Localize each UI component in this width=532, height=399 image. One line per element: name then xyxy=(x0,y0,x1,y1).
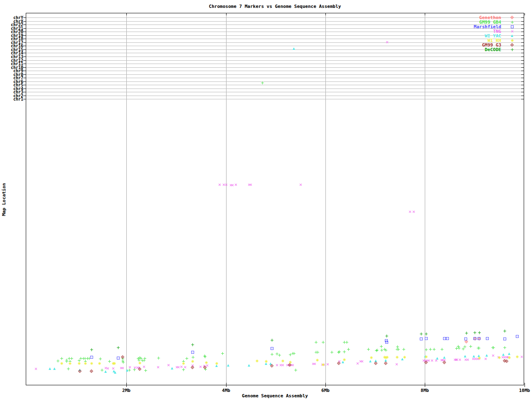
marker-wi-yac xyxy=(293,47,295,50)
marker-gm99-gb4 xyxy=(338,350,341,353)
marker-marshfield xyxy=(464,337,467,340)
marker-wi-yac xyxy=(502,353,505,356)
chart-canvas: Chromosome 7 Markers vs Genome Sequence … xyxy=(0,0,532,399)
marker-decode xyxy=(191,343,194,346)
marker-wi-rh xyxy=(343,358,346,361)
marker-marshfield xyxy=(473,337,476,340)
marker-gm99-gb4 xyxy=(271,353,273,356)
marker-wi-yac xyxy=(49,367,51,370)
marker-gm99-gb4 xyxy=(185,357,188,360)
x-axis-tick-top xyxy=(126,13,127,15)
marker-wi-yac xyxy=(473,355,475,357)
legend-marker-icon-wi-rh xyxy=(511,39,514,42)
marker-decode xyxy=(420,332,423,335)
marker-marshfield xyxy=(90,356,93,359)
marker-gm99-gb4 xyxy=(60,357,63,360)
marker-gm99-gb4 xyxy=(367,348,370,351)
marker-gm99-gb4 xyxy=(425,348,428,351)
marker-gm99-gb4 xyxy=(144,369,147,372)
marker-marshfield xyxy=(478,337,480,340)
marker-gm99-gb4 xyxy=(67,367,70,370)
marker-marshfield xyxy=(117,357,120,360)
marker-decode xyxy=(117,346,120,349)
marker-decode xyxy=(90,348,93,351)
marker-gm99-gb4 xyxy=(380,345,383,348)
x-axis-title: Genome Sequence Assembly xyxy=(26,394,524,399)
marker-wi-rh xyxy=(322,363,325,366)
marker-gm99-gb4 xyxy=(492,346,495,349)
x-axis-tick-top xyxy=(226,13,227,15)
x-tick-label-6mb: 6Mb xyxy=(313,388,338,393)
marker-gm99-gb4 xyxy=(99,357,102,360)
legend-marker-icon-marshfield xyxy=(511,25,514,28)
marker-wi-rh xyxy=(396,356,399,359)
marker-wi-rh xyxy=(84,362,87,365)
marker-gm99-gb4 xyxy=(261,81,264,84)
marker-wi-yac xyxy=(126,369,128,372)
marker-wi-rh xyxy=(478,357,481,360)
marker-gm99-gb4 xyxy=(343,350,346,353)
marker-marshfield xyxy=(503,337,506,340)
y-axis-title: Map Location xyxy=(2,180,7,219)
x-axis-tick-bottom xyxy=(525,383,525,387)
marker-gm99-gb4 xyxy=(278,354,281,357)
marker-gm99-gb4 xyxy=(157,357,160,360)
marker-wi-rh xyxy=(256,360,259,362)
marker-gm99-gb4 xyxy=(65,360,68,363)
marker-marshfield xyxy=(425,337,428,340)
marker-gm99-gb4 xyxy=(429,348,432,351)
legend-marker-icon-decode xyxy=(511,48,514,51)
marker-wi-rh xyxy=(516,355,519,358)
x-axis-tick-bottom xyxy=(425,383,425,387)
marker-decode xyxy=(465,332,468,335)
x-axis-tick-bottom xyxy=(226,383,227,387)
marker-gm99-gb4 xyxy=(101,369,103,372)
marker-wi-rh xyxy=(370,356,373,359)
marker-gm99-gb4 xyxy=(192,356,195,359)
marker-wi-yac xyxy=(464,355,466,357)
marker-wi-yac xyxy=(104,370,107,373)
marker-marshfield xyxy=(516,335,519,338)
marker-decode xyxy=(478,331,481,334)
marker-gm99-gb4 xyxy=(293,352,296,355)
marker-wi-yac xyxy=(369,360,372,362)
plot-frame xyxy=(26,13,524,385)
x-axis-tick-bottom xyxy=(126,383,127,387)
marker-wi-rh xyxy=(191,360,194,363)
marker-wi-rh xyxy=(215,362,218,365)
marker-wi-rh xyxy=(508,356,511,359)
marker-wi-rh xyxy=(138,362,141,365)
marker-gm99-gb4 xyxy=(316,351,319,354)
x-axis-tick-top xyxy=(525,13,525,15)
marker-marshfield xyxy=(420,337,423,340)
marker-marshfield xyxy=(385,341,388,344)
marker-gm99-gb4 xyxy=(397,348,400,351)
marker-wi-yac xyxy=(227,364,229,367)
marker-gm99-gb4 xyxy=(204,355,207,358)
marker-gm99-gb4 xyxy=(143,357,146,360)
marker-gm99-gb4 xyxy=(322,341,325,344)
marker-wi-rh xyxy=(182,362,185,365)
marker-wi-yac xyxy=(436,357,438,360)
marker-gm99-gb4 xyxy=(376,349,379,352)
marker-decode xyxy=(473,331,476,334)
marker-wi-rh xyxy=(498,356,501,359)
marker-marshfield xyxy=(446,337,449,340)
marker-gm99-gb4 xyxy=(384,349,387,352)
marker-decode xyxy=(425,332,428,335)
marker-wi-rh xyxy=(205,361,208,364)
x-tick-label-8mb: 8Mb xyxy=(412,388,437,393)
marker-marshfield xyxy=(443,337,446,340)
chart-title: Chromosome 7 Markers vs Genome Sequence … xyxy=(26,4,524,9)
marker-gm99-gb4 xyxy=(122,361,125,364)
marker-gm99-gb4 xyxy=(402,348,405,351)
marker-marshfield xyxy=(271,347,273,350)
x-axis-tick-top xyxy=(325,13,326,15)
marker-gm99-gb4 xyxy=(57,360,59,362)
marker-wi-rh xyxy=(69,362,71,365)
marker-gm99-gb4 xyxy=(478,347,480,350)
marker-gm99-gb4 xyxy=(469,345,472,348)
marker-gm99-gb4 xyxy=(70,357,73,360)
chrom-label-chr1: chr1 xyxy=(0,97,23,101)
legend-marker-icon-gm99-gb4 xyxy=(511,21,514,24)
